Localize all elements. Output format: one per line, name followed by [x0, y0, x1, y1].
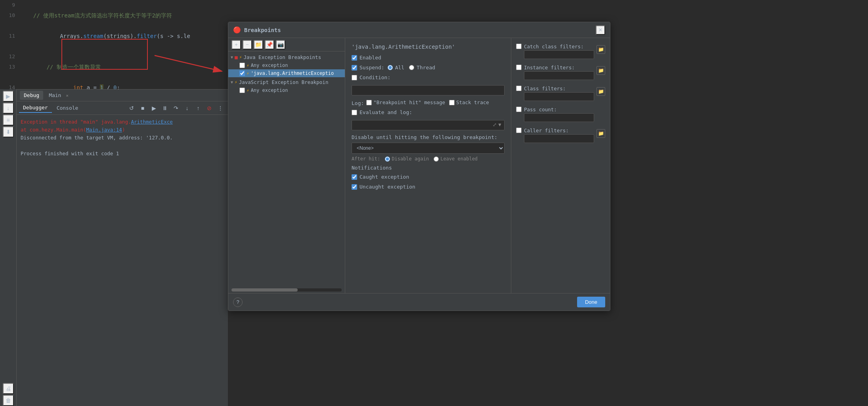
bp-snapshot-button[interactable]: 📷: [276, 40, 285, 50]
class-input[interactable]: [524, 92, 594, 101]
uncaught-checkbox[interactable]: [352, 184, 357, 190]
bp-group-js-header[interactable]: ▼ ⚡ JavaScript Exception Breakpoin: [228, 78, 345, 86]
bp-item-arithmetic[interactable]: ⚡ 'java.lang.ArithmeticExceptio: [228, 69, 345, 77]
log-section: Log: "Breakpoint hit" message Stack trac…: [352, 99, 505, 106]
chevron-down-icon: ▼: [231, 55, 233, 59]
enabled-checkbox[interactable]: [352, 55, 357, 61]
sidebar-lines-icon[interactable]: ≡: [3, 114, 14, 126]
tab-main[interactable]: Main ×: [45, 91, 73, 100]
done-button[interactable]: Done: [577, 297, 605, 307]
leave-enabled-label[interactable]: Leave enabled: [434, 156, 478, 162]
all-radio[interactable]: [388, 65, 393, 70]
class-checkbox[interactable]: [516, 86, 522, 91]
stop-button[interactable]: ■: [138, 103, 148, 113]
step-over-button[interactable]: ↷: [171, 103, 181, 113]
pause-button[interactable]: ⏸: [160, 103, 170, 113]
bp-pin-button[interactable]: 📌: [265, 40, 274, 50]
bp-item-any-exception[interactable]: ⚡ Any exception: [228, 61, 345, 69]
enabled-label[interactable]: Enabled: [352, 55, 381, 61]
caller-folder-button[interactable]: 📁: [597, 129, 605, 138]
thread-radio[interactable]: [409, 65, 414, 70]
stack-trace-label[interactable]: Stack trace: [449, 99, 489, 105]
debug-panel: Debug Main × Debugger Console ↺ ■ ▶ ⏸ ↷ …: [17, 89, 228, 406]
condition-checkbox[interactable]: [352, 75, 357, 80]
line-number: 11: [0, 31, 20, 41]
expand-controls: ⤢ ▼: [493, 122, 502, 128]
step-out-button[interactable]: ↑: [193, 103, 203, 113]
condition-label[interactable]: Condition:: [352, 74, 390, 80]
breakpoints-button[interactable]: ⊘: [204, 103, 214, 113]
thread-radio-label[interactable]: Thread: [409, 65, 435, 71]
resume-button[interactable]: ▶: [149, 103, 159, 113]
bp-lightning-icon: ⚡: [247, 63, 249, 68]
bp-scrollbar[interactable]: [231, 288, 342, 292]
sidebar-lines-down-icon[interactable]: ⬇: [3, 126, 14, 137]
disable-again-label[interactable]: Disable again: [385, 156, 429, 162]
breakpoints-dialog: 🔴 Breakpoints × + − 📁 📌 📷 ▼ ■ ⚡: [228, 22, 610, 311]
breakpoint-hit-label[interactable]: "Breakpoint hit" message: [366, 99, 445, 105]
tab-debug[interactable]: Debug: [20, 91, 43, 100]
bp-arithmetic-checkbox[interactable]: [239, 71, 245, 76]
caught-checkbox[interactable]: [352, 174, 357, 180]
bp-js-any-checkbox[interactable]: [239, 88, 245, 93]
class-folder-button[interactable]: 📁: [597, 87, 605, 96]
pass-count-row: Pass count: 📁: [516, 107, 605, 122]
help-button[interactable]: ?: [233, 297, 243, 307]
leave-enabled-radio[interactable]: [434, 156, 439, 162]
pass-count-input[interactable]: [524, 113, 594, 122]
catch-class-checkbox[interactable]: [516, 44, 522, 49]
dialog-close-button[interactable]: ×: [596, 25, 605, 35]
evaluate-label[interactable]: Evaluate and log:: [352, 109, 412, 115]
evaluate-checkbox[interactable]: [352, 110, 357, 115]
instance-label: Instance filters:: [524, 65, 594, 71]
bp-group-java-header[interactable]: ▼ ■ ⚡ Java Exception Breakpoints: [228, 53, 345, 61]
sidebar-arrow-down-icon[interactable]: ↓: [3, 103, 14, 114]
instance-checkbox[interactable]: [516, 65, 522, 70]
bp-group-button[interactable]: 📁: [254, 40, 263, 50]
sidebar-print-icon[interactable]: 🖨: [3, 383, 14, 394]
stack-trace-checkbox[interactable]: [449, 100, 455, 105]
bp-group-error-icon: ■: [235, 54, 238, 60]
sidebar-trash-icon[interactable]: 🗑: [3, 395, 14, 406]
bp-any-exception-label: Any exception: [251, 63, 288, 68]
pass-count-checkbox[interactable]: [516, 107, 522, 112]
line-content: Arrays.stream(strings).filter(s -> s.le: [20, 21, 228, 51]
caught-label[interactable]: Caught exception: [352, 174, 409, 180]
instance-input[interactable]: [524, 71, 594, 80]
more-button[interactable]: ⋮: [215, 103, 226, 113]
console-output: Exception in thread "main" java.lang.Ari…: [17, 115, 228, 161]
caller-label: Caller filters:: [524, 128, 594, 133]
caller-checkbox[interactable]: [516, 128, 522, 133]
debugger-tab[interactable]: Debugger: [19, 103, 52, 113]
dropdown-button[interactable]: ▼: [497, 122, 502, 128]
sidebar-arrow-icon[interactable]: ▶: [3, 91, 14, 102]
tab-close-icon[interactable]: ×: [66, 93, 69, 98]
console-tab[interactable]: Console: [53, 103, 82, 112]
instance-filter-row: Instance filters: 📁: [516, 65, 605, 80]
condition-input[interactable]: [352, 85, 505, 95]
instance-folder-button[interactable]: 📁: [597, 66, 605, 75]
sidebar-panel: ▶ ↓ ≡ ⬇ 🖨 🗑: [0, 89, 17, 406]
catch-class-input[interactable]: [524, 50, 594, 59]
caller-input[interactable]: [524, 134, 594, 143]
console-line-2: at com.hezy.Main.main(Main.java:14): [21, 126, 224, 134]
disable-dropdown[interactable]: <None>: [352, 143, 505, 154]
bp-add-button[interactable]: +: [231, 40, 241, 50]
uncaught-label[interactable]: Uncaught exception: [352, 184, 415, 190]
class-label: Class filters:: [524, 86, 594, 91]
evaluate-input[interactable]: [352, 120, 505, 130]
rerun-button[interactable]: ↺: [126, 103, 137, 113]
dialog-title: Breakpoints: [244, 27, 596, 33]
bp-remove-button[interactable]: −: [243, 40, 252, 50]
catch-class-folder-button[interactable]: 📁: [597, 45, 605, 54]
expand-button[interactable]: ⤢: [493, 122, 497, 128]
breakpoint-hit-checkbox[interactable]: [366, 100, 372, 105]
suspend-checkbox[interactable]: [352, 65, 357, 71]
bp-item-js-any[interactable]: ⚡ Any exception: [228, 86, 345, 94]
step-into-button[interactable]: ↓: [182, 103, 192, 113]
bp-any-exception-checkbox[interactable]: [239, 63, 245, 68]
suspend-label: Suspend:: [352, 65, 384, 71]
disable-again-radio[interactable]: [385, 156, 390, 162]
line-number: 12: [0, 51, 20, 62]
all-radio-label[interactable]: All: [388, 65, 404, 71]
